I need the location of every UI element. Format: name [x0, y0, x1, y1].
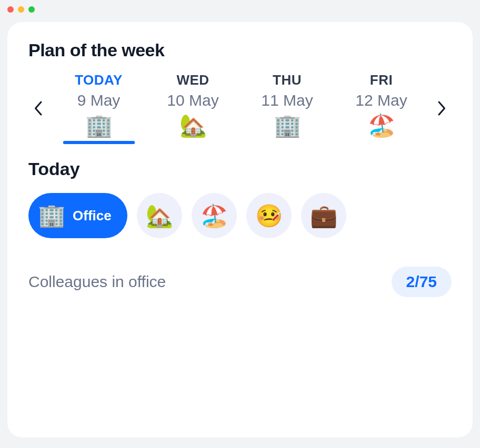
beach-icon: 🏖️: [201, 203, 228, 229]
status-sick-button[interactable]: 🤒: [246, 193, 292, 238]
day-date: 9 May: [77, 91, 121, 109]
day-wed[interactable]: WED 10 May 🏡: [151, 72, 235, 144]
day-date: 12 May: [355, 91, 407, 109]
week-selector: TODAY 9 May 🏢 WED 10 May 🏡 THU 11 May 🏢 …: [28, 72, 452, 144]
briefcase-icon: 💼: [310, 203, 337, 229]
day-label: WED: [176, 72, 209, 88]
colleagues-row: Colleagues in office 2/75: [28, 267, 452, 297]
page-title: Plan of the week: [28, 40, 452, 60]
office-icon: 🏢: [274, 115, 301, 137]
home-icon: 🏡: [179, 115, 207, 137]
today-section-title: Today: [28, 159, 452, 179]
day-fri[interactable]: FRI 12 May 🏖️: [339, 72, 424, 144]
day-today[interactable]: TODAY 9 May 🏢: [57, 72, 141, 144]
chevron-right-icon: [437, 100, 447, 116]
day-date: 10 May: [167, 91, 218, 109]
status-vacation-button[interactable]: 🏖️: [192, 193, 237, 238]
days-list: TODAY 9 May 🏢 WED 10 May 🏡 THU 11 May 🏢 …: [52, 72, 428, 144]
colleagues-label: Colleagues in office: [28, 273, 166, 291]
prev-week-button[interactable]: [28, 93, 47, 124]
office-icon: 🏢: [85, 115, 113, 137]
day-label: THU: [273, 72, 302, 88]
status-business-button[interactable]: 💼: [301, 193, 346, 238]
home-icon: 🏡: [146, 203, 173, 229]
colleagues-count-badge[interactable]: 2/75: [392, 267, 452, 297]
status-option-row: 🏢 Office 🏡 🏖️ 🤒 💼: [28, 193, 452, 238]
status-office-button[interactable]: 🏢 Office: [28, 193, 127, 238]
sick-icon: 🤒: [255, 203, 283, 229]
app-window: Plan of the week TODAY 9 May 🏢 WED 10 Ma…: [0, 0, 480, 445]
day-thu[interactable]: THU 11 May 🏢: [245, 72, 329, 144]
beach-icon: 🏖️: [368, 115, 395, 137]
day-label: TODAY: [75, 72, 123, 88]
office-icon: 🏢: [38, 205, 65, 227]
window-maximize-button[interactable]: [28, 6, 35, 13]
active-day-indicator: [63, 141, 135, 144]
window-close-button[interactable]: [7, 6, 14, 13]
day-label: FRI: [370, 72, 393, 88]
day-date: 11 May: [261, 91, 313, 109]
status-home-button[interactable]: 🏡: [137, 193, 182, 238]
status-label: Office: [73, 208, 112, 224]
window-title-bar: [0, 0, 480, 19]
window-minimize-button[interactable]: [18, 6, 24, 13]
next-week-button[interactable]: [433, 93, 452, 124]
chevron-left-icon: [33, 100, 43, 116]
plan-card: Plan of the week TODAY 9 May 🏢 WED 10 Ma…: [7, 22, 473, 437]
